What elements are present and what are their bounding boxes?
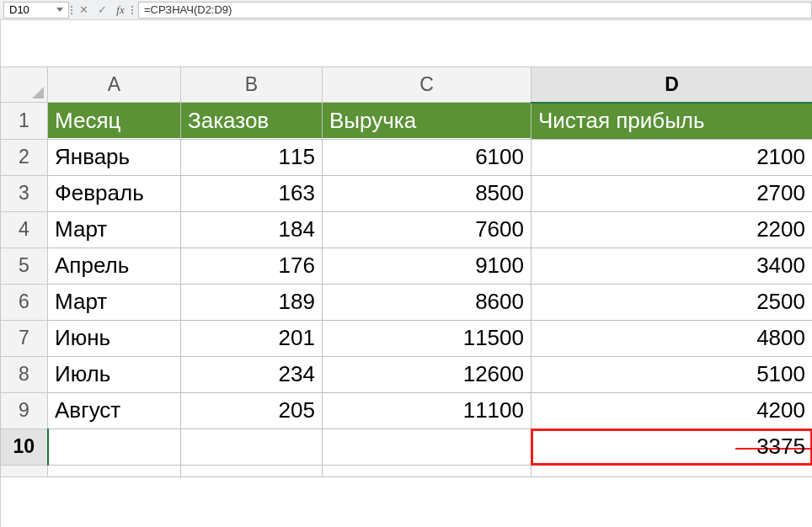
cell-A3[interactable]: Февраль	[48, 176, 180, 211]
table-row: 8 Июль 234 12600 5100	[1, 356, 813, 392]
cell-A6[interactable]: Март	[48, 285, 180, 320]
table-row	[1, 465, 813, 476]
formula-input[interactable]: =СРЗНАЧ(D2:D9)	[138, 2, 812, 19]
name-box-dropdown-icon[interactable]	[56, 8, 63, 12]
cell-B10[interactable]	[181, 429, 322, 465]
col-header-B[interactable]: B	[181, 67, 323, 103]
cell-C3[interactable]: 8500	[323, 176, 531, 211]
cell-A9[interactable]: Август	[48, 393, 180, 429]
cell-A1[interactable]: Месяц	[48, 103, 180, 138]
cell-C9[interactable]: 11100	[323, 393, 531, 429]
cell-B8[interactable]: 234	[181, 357, 322, 392]
cell-C5[interactable]: 9100	[323, 248, 531, 284]
name-box-value: D10	[9, 3, 29, 16]
cell-C2[interactable]: 6100	[323, 140, 531, 175]
grid-table: A B C D 1 Месяц Заказов Выручка Чистая п…	[0, 67, 812, 477]
cell-C8[interactable]: 12600	[323, 357, 531, 392]
cell-C7[interactable]: 11500	[323, 321, 531, 356]
cell-B6[interactable]: 189	[181, 285, 322, 320]
fx-button[interactable]: fx	[111, 2, 130, 19]
table-row: 7 Июнь 201 11500 4800	[1, 320, 813, 356]
col-header-A[interactable]: A	[48, 67, 181, 103]
cell-D1[interactable]: Чистая прибыль	[532, 104, 812, 139]
cell-B4[interactable]: 184	[181, 212, 322, 248]
cell-B7[interactable]: 201	[181, 321, 322, 356]
col-header-C[interactable]: C	[323, 67, 532, 103]
row-header-9[interactable]: 9	[1, 392, 48, 429]
cell-D8[interactable]: 5100	[532, 357, 812, 392]
name-box[interactable]: D10	[3, 2, 69, 19]
row-header-5[interactable]: 5	[1, 248, 48, 284]
cell-D5[interactable]: 3400	[532, 248, 812, 284]
row-header-6[interactable]: 6	[1, 284, 48, 320]
cell-A10[interactable]	[49, 429, 181, 465]
column-header-row: A B C D	[1, 67, 813, 103]
row-header-2[interactable]: 2	[1, 139, 48, 175]
cell-D9[interactable]: 4200	[532, 393, 812, 429]
cell-D10-active[interactable]: 3375	[532, 429, 812, 465]
cell-D4[interactable]: 2200	[532, 212, 812, 248]
table-row: 4 Март 184 7600 2200	[1, 211, 813, 248]
cell-C1[interactable]: Выручка	[323, 103, 531, 138]
worksheet: A B C D 1 Месяц Заказов Выручка Чистая п…	[0, 67, 812, 477]
cell-D2[interactable]: 2100	[532, 140, 812, 175]
cell-B3[interactable]: 163	[181, 176, 322, 211]
table-header-row: 1 Месяц Заказов Выручка Чистая прибыль	[1, 103, 813, 140]
enter-button[interactable]: ✓	[93, 2, 111, 19]
cell-A5[interactable]: Апрель	[48, 248, 180, 284]
row-header-8[interactable]: 8	[1, 356, 48, 392]
select-all-corner[interactable]	[1, 67, 48, 103]
cell-A7[interactable]: Июнь	[48, 321, 180, 356]
cell-C10[interactable]	[323, 429, 531, 465]
cancel-button[interactable]: ✕	[74, 2, 93, 19]
cell-A4[interactable]: Март	[48, 212, 180, 248]
cell-A8[interactable]: Июль	[48, 357, 180, 392]
col-header-D[interactable]: D	[532, 67, 813, 103]
cell-B5[interactable]: 176	[181, 248, 322, 284]
cell-B9[interactable]: 205	[181, 393, 322, 429]
table-row: 5 Апрель 176 9100 3400	[1, 248, 813, 284]
row-header-11[interactable]	[1, 465, 48, 476]
table-row: 3 Февраль 163 8500 2700	[1, 175, 813, 211]
row-header-10[interactable]: 10	[1, 429, 48, 465]
cell-D3[interactable]: 2700	[532, 176, 812, 211]
cell-A2[interactable]: Январь	[48, 140, 180, 175]
cell-C6[interactable]: 8600	[323, 285, 531, 320]
row-header-4[interactable]: 4	[1, 211, 48, 248]
cell-B2[interactable]: 115	[181, 140, 322, 175]
vdots-icon	[71, 6, 72, 14]
formula-bar: D10 ✕ ✓ fx =СРЗНАЧ(D2:D9)	[0, 0, 812, 20]
table-row: 9 Август 205 11100 4200	[1, 392, 813, 429]
row-header-1[interactable]: 1	[1, 103, 48, 140]
table-row: 2 Январь 115 6100 2100	[1, 139, 813, 175]
active-row: 10 3375	[1, 429, 813, 465]
cell-B1[interactable]: Заказов	[181, 103, 322, 138]
cell-C4[interactable]: 7600	[323, 212, 531, 248]
vdots-icon	[131, 6, 133, 14]
cell-D7[interactable]: 4800	[532, 321, 812, 356]
cell-D6[interactable]: 2500	[532, 285, 812, 320]
table-row: 6 Март 189 8600 2500	[1, 284, 813, 320]
row-header-7[interactable]: 7	[1, 320, 48, 356]
row-header-3[interactable]: 3	[1, 175, 48, 211]
